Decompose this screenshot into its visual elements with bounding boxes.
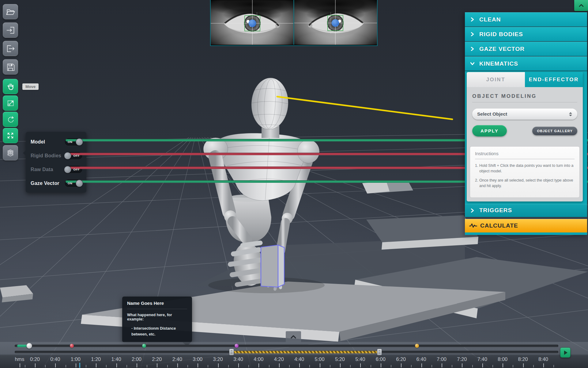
timeline-tick-label: 8:40	[538, 356, 548, 362]
playhead-knob[interactable]	[26, 343, 32, 349]
chevron-right-icon	[470, 17, 474, 21]
folder-open-icon	[6, 7, 15, 16]
toggle-knob[interactable]	[76, 180, 83, 187]
panel-collapse-button[interactable]	[574, 0, 588, 11]
layers-button[interactable]	[3, 145, 18, 160]
kinematics-content: JOINT END-EFFECTOR OBJECT MODELING Selec…	[465, 71, 587, 204]
expand-arrows-icon	[6, 131, 15, 140]
move-tooltip: Move	[22, 83, 39, 90]
timeline-tick-label: 4:00	[254, 356, 263, 362]
export-button[interactable]	[3, 41, 18, 56]
rigid-bodies-toggle[interactable]: OFF	[65, 152, 82, 159]
chevron-right-icon	[470, 209, 474, 213]
layer-row-raw-data: Raw Data OFF	[31, 163, 82, 176]
timeline-tick-label: 7:00	[437, 356, 447, 362]
timeline-bar: hms0:200:401:001:201:402:002:202:403:003…	[0, 342, 588, 368]
object-gallery-button[interactable]: OBJECT GALLERY	[532, 127, 577, 135]
toggle-knob[interactable]	[76, 138, 83, 146]
import-button[interactable]	[3, 22, 18, 38]
toggle-knob[interactable]	[64, 166, 71, 173]
timeline-tick-label: 2:20	[152, 356, 162, 362]
hand-move-icon	[6, 82, 15, 91]
event-annotation-tooltip: Name Goes Here What happened here, for e…	[122, 297, 192, 342]
move-tooltip-label: Move	[25, 84, 36, 89]
chevron-down-icon	[470, 62, 474, 66]
open-project-button[interactable]	[3, 4, 18, 19]
move-tool-button[interactable]	[3, 79, 18, 94]
raw-data-toggle[interactable]: OFF	[65, 166, 82, 173]
range-handle-end[interactable]	[377, 349, 382, 355]
select-object-dropdown[interactable]: Select Object	[472, 109, 577, 120]
object-modeling-title: OBJECT MODELING	[472, 93, 577, 99]
instruction-item: 2. Once they are all selected, select th…	[475, 178, 575, 189]
event-red-marker[interactable]	[70, 344, 74, 348]
layer-row-rigid-bodies: Rigid Bodies OFF	[31, 149, 82, 163]
dropdown-arrows-icon	[569, 112, 572, 117]
rotate-icon	[6, 115, 15, 124]
play-button[interactable]	[560, 347, 571, 358]
expand-tool-button[interactable]	[3, 128, 18, 143]
tab-end-effector[interactable]: END-EFFECTOR	[525, 72, 583, 87]
timeline-tick-label: 1:40	[111, 356, 121, 362]
section-rigid-bodies[interactable]: RIGID BODIES	[465, 27, 587, 41]
timeline-tick-label: 8:00	[498, 356, 507, 362]
chevron-up-icon	[290, 335, 296, 339]
section-label: RIGID BODIES	[479, 31, 523, 38]
layers-panel: Model ON Rigid Bodies OFF Raw Data OFF G…	[26, 132, 86, 193]
calculate-button[interactable]: CALCULATE	[465, 219, 587, 232]
layer-row-model: Model ON	[31, 135, 82, 149]
section-label: KINEMATICS	[479, 60, 518, 67]
timeline-tick-label: 6:00	[376, 356, 386, 362]
timeline-tick-label: 2:00	[132, 356, 141, 362]
event-purple-marker[interactable]	[235, 344, 239, 348]
section-kinematics[interactable]: KINEMATICS	[465, 56, 587, 71]
timeline-tick-label: 4:40	[294, 356, 304, 362]
section-label: CLEAN	[479, 16, 501, 23]
timeline-tick-label: 5:40	[355, 356, 365, 362]
section-gaze-vector[interactable]: GAZE VECTOR	[465, 42, 587, 56]
timeline-tick-label: 6:40	[417, 356, 426, 362]
timeline-tick-label: 3:40	[233, 356, 243, 362]
chevron-up-icon	[579, 4, 584, 7]
analysis-panel: CLEAN RIGID BODIES GAZE VECTOR KINEMATIC…	[465, 12, 587, 235]
event-green-marker[interactable]	[142, 344, 146, 348]
divider	[127, 309, 187, 309]
timeline-tick-label: 7:40	[477, 356, 487, 362]
model-toggle[interactable]: ON	[65, 138, 82, 146]
select-object-value: Select Object	[477, 111, 507, 117]
scale-icon	[6, 98, 15, 108]
playback-track[interactable]	[15, 345, 558, 347]
annotation-subtitle: What happened here, for example:	[127, 313, 187, 321]
calculate-label: CALCULATE	[480, 222, 518, 229]
timeline-expand-tab[interactable]	[286, 331, 301, 342]
timeline-tick-label: 5:00	[315, 356, 325, 362]
event-yellow-marker[interactable]	[415, 344, 419, 348]
selected-object-box[interactable]	[261, 245, 284, 287]
layer-label: Raw Data	[31, 167, 53, 172]
layer-label: Gaze Vector	[31, 181, 59, 186]
range-track[interactable]	[15, 351, 558, 353]
gaze-vector-toggle[interactable]: ON	[65, 180, 82, 187]
timeline-tick-label: 3:00	[193, 356, 202, 362]
tab-joint[interactable]: JOINT	[467, 72, 525, 87]
motion-analysis-app: Move Model ON Rigid Bodies OFF Raw Data …	[0, 0, 588, 368]
range-handle-start[interactable]	[229, 349, 234, 355]
timeline-tick-label: 1:20	[91, 356, 101, 362]
scale-tool-button[interactable]	[3, 95, 18, 111]
instructions-list: 1. Hold Shift + Click the data points yo…	[475, 163, 575, 189]
ruler-cursor-tick	[79, 363, 80, 368]
instruction-item: 1. Hold Shift + Click the data points yo…	[475, 163, 575, 174]
panel-footer-strip	[465, 232, 587, 235]
range-selection[interactable]	[232, 351, 379, 353]
timeline-unit-label: hms	[15, 356, 24, 362]
chevron-right-icon	[470, 32, 474, 36]
apply-button[interactable]: APPLY	[472, 125, 507, 136]
section-triggers[interactable]: TRIGGERS	[465, 204, 587, 217]
save-button[interactable]	[3, 59, 18, 75]
timeline-tick-label: 1:00	[71, 356, 81, 362]
play-icon	[564, 351, 567, 355]
rotate-tool-button[interactable]	[3, 112, 18, 127]
toggle-knob[interactable]	[64, 152, 71, 159]
export-icon	[6, 44, 15, 53]
section-clean[interactable]: CLEAN	[465, 12, 587, 27]
